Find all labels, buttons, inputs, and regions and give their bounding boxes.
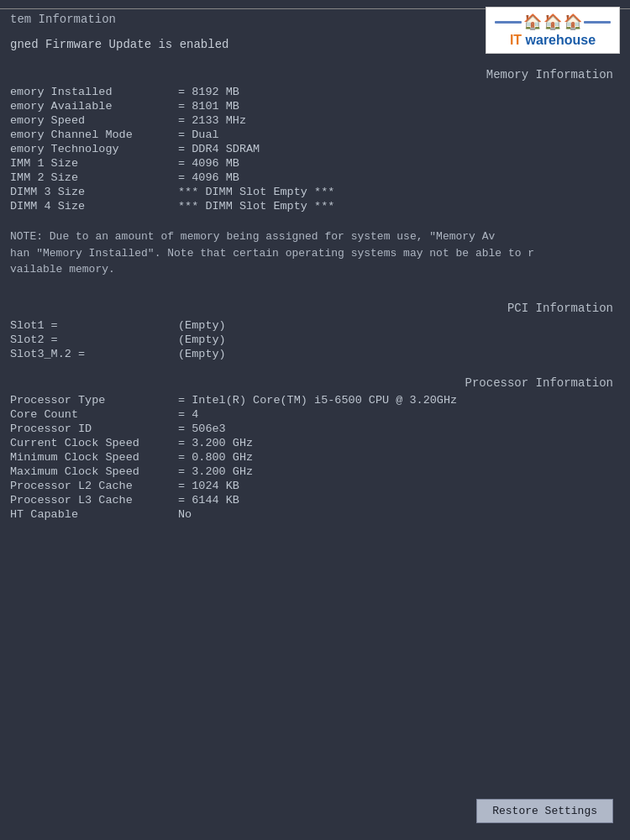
- logo-warehouse: warehouse: [522, 33, 596, 47]
- memory-section: Memory Information emory Installed = 819…: [0, 61, 630, 286]
- row-label: emory Available: [10, 100, 178, 113]
- row-label: IMM 2 Size: [10, 171, 178, 184]
- pci-info-table: Slot1 = (Empty) Slot2 = (Empty) Slot3_M.…: [0, 318, 630, 361]
- row-label: emory Channel Mode: [10, 129, 178, 141]
- row-value: = 4: [178, 408, 198, 421]
- memory-info-table: emory Installed = 8192 MB emory Availabl…: [0, 85, 630, 213]
- note-line-3: vailable memory.: [10, 261, 620, 278]
- row-value: = 8101 MB: [178, 100, 239, 113]
- bios-screen: 🏠 🏠 🏠 IT warehouse tem Information gned …: [0, 0, 630, 840]
- table-row: Slot2 = (Empty): [10, 333, 620, 347]
- table-row: emory Available = 8101 MB: [10, 99, 620, 113]
- table-row: emory Technology = DDR4 SDRAM: [10, 142, 620, 156]
- row-label: Current Clock Speed: [10, 437, 178, 449]
- pci-section: PCI Information Slot1 = (Empty) Slot2 = …: [0, 295, 630, 361]
- row-label: IMM 1 Size: [10, 157, 178, 170]
- row-label: DIMM 4 Size: [10, 200, 178, 213]
- table-row: Current Clock Speed = 3.200 GHz: [10, 436, 620, 450]
- house-icon-2: 🏠: [543, 13, 562, 31]
- table-row: Maximum Clock Speed = 3.200 GHz: [10, 465, 620, 479]
- table-row: IMM 1 Size = 4096 MB: [10, 156, 620, 171]
- logo-text: IT warehouse: [495, 33, 611, 48]
- logo-box: 🏠 🏠 🏠 IT warehouse: [486, 7, 620, 54]
- row-label: Processor L2 Cache: [10, 480, 178, 492]
- table-row: Minimum Clock Speed = 0.800 GHz: [10, 450, 620, 465]
- row-value: = Intel(R) Core(TM) i5-6500 CPU @ 3.20GH…: [178, 394, 457, 407]
- row-value: = 4096 MB: [178, 157, 239, 170]
- row-value: = 3.200 GHz: [178, 437, 253, 449]
- logo-line-left: [495, 21, 522, 24]
- row-label: DIMM 3 Size: [10, 186, 178, 198]
- row-label: Maximum Clock Speed: [10, 465, 178, 478]
- pci-section-header: PCI Information: [0, 295, 630, 318]
- row-value: = 1024 KB: [178, 480, 239, 492]
- logo-it: IT: [510, 33, 522, 47]
- table-row: HT Capable No: [10, 507, 620, 522]
- row-value: = 3.200 GHz: [178, 465, 253, 478]
- table-row: DIMM 3 Size *** DIMM Slot Empty ***: [10, 185, 620, 199]
- processor-info-table: Processor Type = Intel(R) Core(TM) i5-65…: [0, 393, 630, 522]
- row-value: (Empty): [178, 348, 226, 360]
- note-line-2: han "Memory Installed". Note that certai…: [10, 245, 620, 262]
- table-row: emory Installed = 8192 MB: [10, 85, 620, 99]
- logo-line-right: [584, 21, 611, 24]
- row-label: Slot2 =: [10, 333, 178, 346]
- table-row: Processor ID = 506e3: [10, 422, 620, 436]
- restore-settings-button[interactable]: Restore Settings: [476, 799, 613, 823]
- table-row: Processor L3 Cache = 6144 KB: [10, 493, 620, 507]
- row-label: emory Technology: [10, 143, 178, 155]
- table-row: emory Channel Mode = Dual: [10, 128, 620, 142]
- memory-section-header: Memory Information: [0, 61, 630, 85]
- row-label: Slot3_M.2 =: [10, 348, 178, 360]
- table-row: IMM 2 Size = 4096 MB: [10, 171, 620, 185]
- table-row: Slot3_M.2 = (Empty): [10, 347, 620, 361]
- house-icon-3: 🏠: [564, 13, 582, 31]
- row-value: = 8192 MB: [178, 86, 239, 98]
- table-row: emory Speed = 2133 MHz: [10, 113, 620, 128]
- row-label: Processor Type: [10, 394, 178, 407]
- row-label: Slot1 =: [10, 319, 178, 332]
- row-value: (Empty): [178, 319, 226, 332]
- row-value: = DDR4 SDRAM: [178, 143, 260, 155]
- row-label: Processor ID: [10, 423, 178, 435]
- house-icon-1: 🏠: [523, 13, 542, 31]
- row-label: Minimum Clock Speed: [10, 451, 178, 464]
- row-label: Core Count: [10, 408, 178, 421]
- row-value: *** DIMM Slot Empty ***: [178, 186, 334, 198]
- row-label: Processor L3 Cache: [10, 494, 178, 507]
- note-line-1: NOTE: Due to an amount of memory being a…: [10, 228, 620, 245]
- table-row: Processor L2 Cache = 1024 KB: [10, 479, 620, 493]
- row-value: = 2133 MHz: [178, 114, 246, 127]
- processor-section: Processor Information Processor Type = I…: [0, 370, 630, 522]
- logo-houses: 🏠 🏠 🏠: [495, 13, 611, 31]
- row-value: = 4096 MB: [178, 171, 239, 184]
- row-label: HT Capable: [10, 508, 178, 521]
- row-value: (Empty): [178, 333, 226, 346]
- table-row: Core Count = 4: [10, 407, 620, 422]
- row-label: emory Speed: [10, 114, 178, 127]
- row-value: = 0.800 GHz: [178, 451, 253, 464]
- processor-section-header: Processor Information: [0, 370, 630, 393]
- table-row: Slot1 = (Empty): [10, 318, 620, 333]
- row-label: emory Installed: [10, 86, 178, 98]
- row-value: No: [178, 508, 192, 521]
- row-value: = Dual: [178, 129, 219, 141]
- row-value: *** DIMM Slot Empty ***: [178, 200, 334, 213]
- table-row: DIMM 4 Size *** DIMM Slot Empty ***: [10, 199, 620, 213]
- row-value: = 506e3: [178, 423, 226, 435]
- memory-note: NOTE: Due to an amount of memory being a…: [0, 220, 630, 286]
- table-row: Processor Type = Intel(R) Core(TM) i5-65…: [10, 393, 620, 407]
- row-value: = 6144 KB: [178, 494, 239, 507]
- bottom-bar: Restore Settings: [476, 799, 613, 823]
